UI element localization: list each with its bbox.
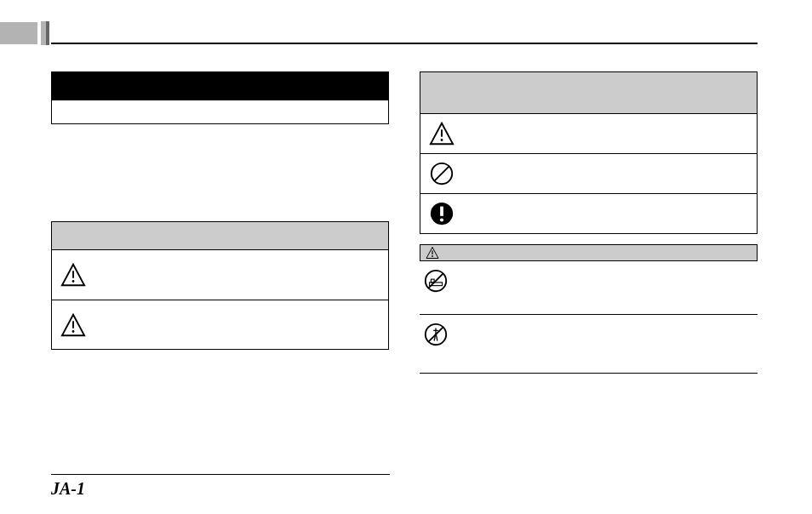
divider — [420, 373, 758, 374]
safety-row — [420, 114, 757, 153]
warning-triangle-icon — [426, 246, 439, 260]
safety-table-left — [51, 250, 389, 350]
section-subtitle-box — [51, 100, 389, 124]
warning-header-small — [420, 244, 758, 261]
svg-line-10 — [435, 167, 449, 181]
top-rule — [51, 43, 758, 44]
page-tab-inner2 — [46, 21, 49, 45]
warning-triangle-icon — [60, 262, 86, 288]
warning-triangle-icon — [60, 312, 86, 338]
safety-table-header-right — [420, 71, 758, 114]
svg-point-5 — [72, 330, 75, 333]
instruction-row — [420, 261, 758, 314]
svg-point-2 — [72, 280, 75, 283]
safety-table-right — [420, 114, 758, 234]
svg-point-13 — [440, 218, 443, 221]
page-content — [51, 71, 758, 374]
svg-point-16 — [432, 255, 433, 257]
no-disassemble-icon — [423, 322, 449, 347]
safety-row — [52, 300, 388, 349]
page-tab — [0, 22, 37, 44]
warning-triangle-icon — [429, 121, 455, 146]
no-wet-hands-icon — [423, 268, 449, 294]
left-column — [51, 71, 389, 374]
svg-point-8 — [441, 139, 443, 141]
instruction-row — [420, 315, 758, 373]
page-number: JA-1 — [51, 479, 85, 499]
safety-row — [420, 153, 757, 193]
mandatory-circle-icon — [429, 201, 455, 226]
safety-row — [52, 250, 388, 300]
bottom-rule — [51, 474, 390, 475]
safety-row — [420, 193, 757, 233]
right-column — [420, 71, 758, 374]
svg-rect-12 — [440, 207, 443, 216]
section-title-black — [51, 71, 389, 100]
prohibit-circle-icon — [429, 161, 455, 186]
safety-table-header-left — [51, 221, 389, 250]
